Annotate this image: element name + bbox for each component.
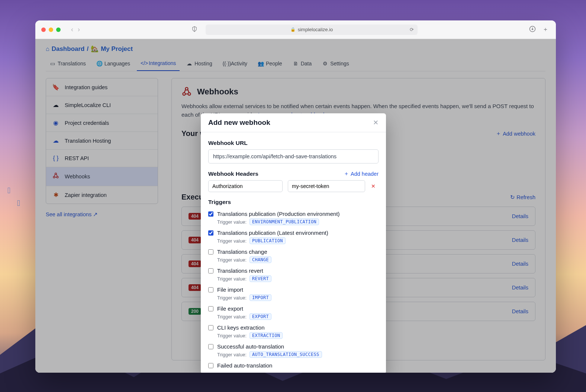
titlebar: ‹ › 🔒 simplelocalize.io ⟳ ＋ [35, 20, 556, 39]
trigger-label: Translations revert [217, 268, 263, 274]
trigger-checkbox[interactable] [208, 344, 213, 349]
cloud-outline-icon: ☁ [52, 137, 59, 144]
trigger-checkbox[interactable] [208, 363, 213, 368]
downloads-icon[interactable] [529, 26, 536, 34]
details-link[interactable]: Details [512, 237, 528, 243]
sidebar-item-credentials[interactable]: ◉Project credentials [46, 114, 158, 132]
trigger-value-label: Trigger value: [217, 276, 247, 282]
webhook-url-input[interactable] [208, 149, 379, 163]
tab-translations[interactable]: ▭Translations [46, 56, 90, 71]
sidebar-wrap: 🔖Integration guides ☁SimpleLocalize CLI … [46, 78, 158, 360]
trigger-item: File exportTrigger value:EXPORT [208, 304, 379, 323]
tab-settings[interactable]: ⚙Settings [318, 56, 353, 71]
data-icon: 🗎 [293, 61, 299, 67]
globe-icon: 🌐 [96, 61, 102, 67]
trigger-checkbox[interactable] [208, 306, 213, 311]
sidebar-item-restapi[interactable]: { }REST API [46, 150, 158, 167]
sidebar-item-label: Zapier integration [65, 192, 107, 198]
sidebar-item-guides[interactable]: 🔖Integration guides [46, 78, 158, 96]
url-bar[interactable]: 🔒 simplelocalize.io ⟳ [206, 25, 418, 35]
tab-data[interactable]: 🗎Data [289, 56, 316, 71]
webhook-url-label: Webhook URL [208, 140, 379, 146]
header-key-input[interactable] [208, 180, 283, 192]
window-controls [41, 27, 61, 32]
trigger-value-label: Trigger value: [217, 333, 247, 338]
tab-integrations[interactable]: </>Integrations [137, 56, 180, 71]
sidebar-item-hosting[interactable]: ☁Translation Hosting [46, 132, 158, 150]
zoom-window-button[interactable] [56, 27, 61, 32]
tab-label: Activity [231, 61, 247, 67]
trigger-checkbox[interactable] [208, 287, 213, 292]
details-link[interactable]: Details [512, 285, 528, 291]
details-link[interactable]: Details [512, 308, 528, 314]
back-button[interactable]: ‹ [71, 26, 73, 33]
tab-people[interactable]: 👥People [254, 56, 286, 71]
trigger-item: Translations changeTrigger value:CHANGE [208, 247, 379, 266]
trigger-row[interactable]: Successful auto-translation [208, 343, 379, 350]
tab-hosting[interactable]: ☁Hosting [183, 56, 216, 71]
trigger-sub: Trigger value:CHANGE [217, 256, 379, 263]
trigger-row[interactable]: File import [208, 286, 379, 293]
trigger-value-code: CHANGE [249, 256, 271, 263]
trigger-value-label: Trigger value: [217, 219, 247, 225]
trigger-value-code: EXPORT [249, 313, 271, 320]
delete-header-icon[interactable]: ✕ [371, 183, 376, 189]
minimize-window-button[interactable] [49, 27, 53, 32]
trigger-checkbox[interactable] [208, 325, 213, 330]
home-icon: ⌂ [46, 46, 49, 52]
breadcrumb-sep: / [87, 45, 88, 53]
see-all-integrations[interactable]: See all integrations ↗ [46, 211, 158, 217]
status-badge: 404 [189, 237, 201, 243]
add-header-button[interactable]: ＋ Add header [344, 170, 379, 177]
trigger-row[interactable]: Translations publication (Production env… [208, 211, 379, 217]
zapier-icon: ✱ [52, 191, 59, 198]
details-link[interactable]: Details [512, 213, 528, 219]
tab-label: Hosting [194, 61, 212, 67]
reload-icon[interactable]: ⟳ [410, 27, 414, 32]
trigger-row[interactable]: File export [208, 305, 379, 312]
close-window-button[interactable] [41, 27, 46, 32]
trigger-checkbox[interactable] [208, 211, 213, 217]
translations-icon: ▭ [49, 61, 55, 67]
braces-icon: { } [52, 155, 59, 162]
tab-label: Data [301, 61, 312, 67]
trigger-value-label: Trigger value: [217, 238, 247, 244]
modal-title: Add new webhook [208, 119, 270, 127]
sidebar-item-label: Integration guides [65, 84, 107, 90]
trigger-row[interactable]: Translations revert [208, 268, 379, 274]
sidebar-item-zapier[interactable]: ✱Zapier integration [46, 186, 158, 204]
trigger-label: Successful auto-translation [217, 343, 284, 350]
details-link[interactable]: Details [512, 261, 528, 267]
trigger-checkbox[interactable] [208, 230, 213, 236]
trigger-row[interactable]: Translations change [208, 249, 379, 255]
trigger-row[interactable]: CLI keys extraction [208, 324, 379, 331]
triggers-label: Triggers [208, 199, 379, 205]
svg-point-7 [186, 87, 188, 90]
add-webhook-label: Add webhook [503, 131, 535, 137]
svg-point-4 [55, 173, 57, 175]
bookmark-icon: 🔖 [52, 84, 59, 91]
trigger-row[interactable]: Failed auto-translation [208, 362, 379, 369]
header-value-input[interactable] [288, 180, 365, 192]
breadcrumb-project-emoji: 🏡 [91, 45, 99, 53]
sidebar-item-webhooks[interactable]: Webhooks [46, 167, 158, 186]
trigger-checkbox[interactable] [208, 268, 213, 273]
sidebar-item-cli[interactable]: ☁SimpleLocalize CLI [46, 96, 158, 114]
new-tab-icon[interactable]: ＋ [542, 26, 548, 34]
tab-activity[interactable]: ((·))Activity [219, 56, 251, 71]
forward-button[interactable]: › [78, 26, 80, 33]
status-badge: 200 [189, 308, 201, 315]
close-icon[interactable]: ✕ [373, 119, 379, 127]
refresh-button[interactable]: ↻ Refresh [510, 194, 535, 200]
privacy-shield-icon[interactable] [191, 26, 202, 33]
add-webhook-button[interactable]: ＋ Add webhook [496, 130, 535, 137]
trigger-row[interactable]: Translations publication (Latest environ… [208, 230, 379, 236]
breadcrumb-project[interactable]: My Project [101, 45, 133, 53]
tab-languages[interactable]: 🌐Languages [93, 56, 134, 71]
trigger-checkbox[interactable] [208, 249, 213, 255]
breadcrumb: ⌂ Dashboard / 🏡 My Project [46, 39, 545, 56]
breadcrumb-dashboard[interactable]: Dashboard [52, 45, 85, 53]
nav-arrows: ‹ › [71, 26, 80, 33]
trigger-value-code: IMPORT [249, 294, 271, 301]
code-icon: </> [141, 60, 146, 66]
